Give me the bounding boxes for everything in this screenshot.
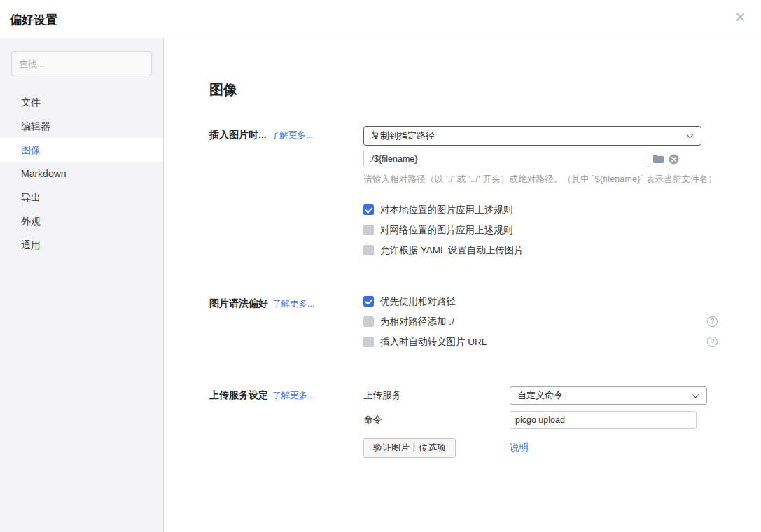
checkbox-row-apply-local[interactable]: 对本地位置的图片应用上述规则 <box>363 203 718 216</box>
checkbox-label: 为相对路径添加 ./ <box>380 316 454 328</box>
close-icon[interactable]: × <box>735 8 746 26</box>
insert-checkbox-group: 对本地位置的图片应用上述规则 对网络位置的图片应用上述规则 允许根据 YAML … <box>363 203 718 257</box>
checkbox-label: 允许根据 YAML 设置自动上传图片 <box>380 244 524 257</box>
upload-service-select-value: 自定义命令 <box>517 389 563 402</box>
dialog-title: 偏好设置 <box>10 12 57 28</box>
sidebar-item-editor[interactable]: 编辑器 <box>0 114 163 138</box>
chevron-down-icon <box>692 391 699 398</box>
sidebar-nav: 文件 编辑器 图像 Markdown 导出 外观 通用 <box>0 90 163 257</box>
command-field-label: 命令 <box>363 414 510 426</box>
help-icon[interactable]: ? <box>707 337 718 347</box>
section-insert-image: 插入图片时... 了解更多... 复制到指定路径 <box>209 126 761 264</box>
insert-action-select[interactable]: 复制到指定路径 <box>363 126 701 146</box>
learn-more-link-syntax[interactable]: 了解更多... <box>272 298 314 310</box>
checkbox-row-escape-url[interactable]: 插入时自动转义图片 URL ? <box>363 335 718 349</box>
section-syntax-label: 图片语法偏好 <box>209 298 268 310</box>
checkbox-row-apply-online[interactable]: 对网络位置的图片应用上述规则 <box>363 223 718 237</box>
section-image-syntax: 图片语法偏好 了解更多... 优先使用相对路径 为相对路径添加 ./ ? 插入时… <box>209 295 761 356</box>
validate-upload-button[interactable]: 验证图片上传选项 <box>363 438 456 458</box>
checkbox-yaml-upload[interactable] <box>363 245 374 255</box>
checkbox-prefer-relative[interactable] <box>363 296 374 307</box>
upload-doc-link[interactable]: 说明 <box>510 442 529 454</box>
section-upload-service: 上传服务设定 了解更多... 上传服务 自定义命令 命令 <box>209 386 761 464</box>
copy-path-input[interactable] <box>363 150 648 167</box>
clear-path-icon[interactable] <box>669 154 679 164</box>
checkbox-label: 插入时自动转义图片 URL <box>380 336 487 349</box>
page-title: 图像 <box>209 80 761 99</box>
section-insert-label: 插入图片时... <box>209 129 267 141</box>
learn-more-link-insert[interactable]: 了解更多... <box>271 130 313 141</box>
sidebar-item-appearance[interactable]: 外观 <box>0 209 163 233</box>
checkbox-label: 对本地位置的图片应用上述规则 <box>380 204 512 216</box>
sidebar-item-export[interactable]: 导出 <box>0 186 163 209</box>
command-input[interactable] <box>510 411 697 429</box>
section-upload-label: 上传服务设定 <box>209 389 268 402</box>
chevron-down-icon <box>687 132 694 139</box>
sidebar-item-image[interactable]: 图像 <box>0 138 163 162</box>
folder-browse-icon[interactable] <box>652 154 664 164</box>
upload-service-field-label: 上传服务 <box>363 389 510 402</box>
settings-sidebar: 文件 编辑器 图像 Markdown 导出 外观 通用 <box>0 38 164 532</box>
checkbox-apply-local[interactable] <box>363 204 374 215</box>
checkbox-label: 优先使用相对路径 <box>380 295 456 308</box>
help-icon[interactable]: ? <box>707 316 718 327</box>
sidebar-item-markdown[interactable]: Markdown <box>0 162 163 186</box>
search-input[interactable] <box>11 51 152 76</box>
learn-more-link-upload[interactable]: 了解更多... <box>272 390 314 402</box>
dialog-header: 偏好设置 × <box>0 0 761 38</box>
checkbox-row-prefer-relative[interactable]: 优先使用相对路径 <box>363 295 718 308</box>
insert-action-select-value: 复制到指定路径 <box>371 130 435 142</box>
upload-service-select[interactable]: 自定义命令 <box>510 386 707 405</box>
checkbox-apply-online[interactable] <box>363 225 374 235</box>
sidebar-item-files[interactable]: 文件 <box>0 90 163 114</box>
path-hint-text: 请输入相对路径（以 './' 或 '../' 开头）或绝对路径。（其中 `${f… <box>363 174 718 186</box>
checkbox-escape-url[interactable] <box>363 337 374 347</box>
checkbox-label: 对网络位置的图片应用上述规则 <box>380 224 512 237</box>
sidebar-item-general[interactable]: 通用 <box>0 233 163 257</box>
checkbox-row-add-dot-slash[interactable]: 为相对路径添加 ./ ? <box>363 315 718 328</box>
checkbox-row-yaml-upload[interactable]: 允许根据 YAML 设置自动上传图片 <box>363 244 718 257</box>
settings-main-panel: 图像 插入图片时... 了解更多... 复制到指定路径 <box>164 38 761 532</box>
checkbox-add-dot-slash[interactable] <box>363 316 374 327</box>
